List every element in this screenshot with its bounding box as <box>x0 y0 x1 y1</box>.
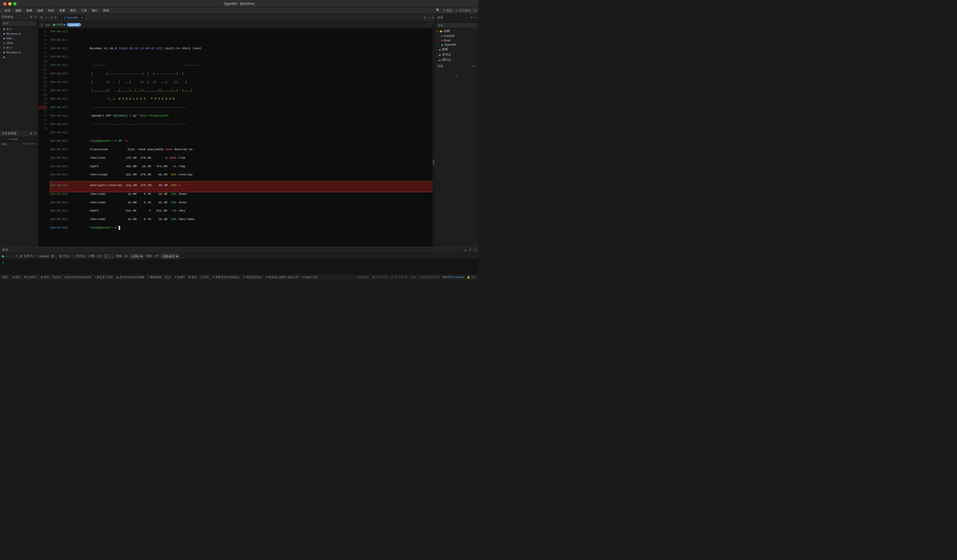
history-item-cfdisk[interactable]: cfdisk <box>0 41 38 46</box>
minimize-button[interactable] <box>8 2 11 5</box>
radio-row[interactable] <box>59 255 62 257</box>
history-search-input[interactable] <box>2 21 36 26</box>
tree-item-menghuan[interactable]: ☁ 萌幻云 <box>435 57 478 62</box>
toolbar-focus[interactable]: ☆ 专注模式 <box>455 8 471 13</box>
tab-info[interactable]: ℹ <box>54 15 57 20</box>
fm-up-icon[interactable]: ↑ <box>5 138 7 141</box>
bm-show-containers[interactable]: ● 显示所有docker容器 <box>63 275 92 279</box>
radio-hex[interactable] <box>36 255 38 257</box>
toolbar-split-icon[interactable]: ⊡ <box>41 23 43 27</box>
history-item-dfh[interactable]: df -h <box>0 27 38 32</box>
nav-back-icon[interactable]: ← <box>419 23 422 27</box>
menu-tools[interactable]: 工具 <box>79 8 89 13</box>
tab-close-icon[interactable]: ✕ <box>81 16 83 19</box>
tab-plus-btn[interactable]: + <box>428 16 430 19</box>
tree-label-inner: 内网 <box>444 29 450 33</box>
menu-edit[interactable]: 编辑 <box>13 8 24 13</box>
status-app[interactable]: WindTerm Issues <box>443 276 464 279</box>
session-search-input[interactable] <box>437 23 477 28</box>
tree-item-ikuai[interactable]: ■ iKuai <box>435 38 478 43</box>
history-item-fdisk[interactable]: fdisk -l <box>0 36 38 41</box>
menu-view[interactable]: 查看 <box>57 8 67 13</box>
history-item-more[interactable]: ... <box>0 55 38 59</box>
history-item-mounted1[interactable]: Mounted on <box>0 32 38 36</box>
interval-select[interactable]: 1.00s <box>130 254 144 259</box>
scrollbar-track[interactable] <box>433 28 435 247</box>
terminal-lines: [09:08:41] [09:08:41] [09:08:41] BusyBox… <box>49 30 435 246</box>
history-item-mounted2[interactable]: Mounted on <box>0 50 38 55</box>
traffic-lights[interactable] <box>3 2 16 5</box>
send-collapse-icon[interactable]: ▲ <box>464 248 467 252</box>
toolbar-channel[interactable]: 户 频道 <box>443 8 453 13</box>
bm-port-process[interactable]: ✦ 检查端口被哪个进程占用 <box>264 275 300 279</box>
file-manager-title: 文件管理器 <box>2 131 30 136</box>
send-minus-button[interactable]: − <box>11 254 13 258</box>
tab-move[interactable]: ⇥ <box>49 15 53 20</box>
tab-new-split[interactable]: ⊞ <box>39 15 44 20</box>
bm-restart[interactable]: + 重启某个容器 <box>93 275 114 279</box>
bm-reboot[interactable]: ⌘ 重启 <box>187 275 198 279</box>
menu-search[interactable]: 搜索 <box>24 8 35 13</box>
tab-menu-btn[interactable]: ≡ <box>432 16 434 19</box>
menu-help[interactable]: 帮助 <box>101 8 111 13</box>
tree-item-centos[interactable]: ■ CentOS <box>435 34 478 38</box>
bm-qunhui[interactable]: ★ 群晖 <box>11 275 22 279</box>
bm-pwd-label: 密码 <box>44 275 49 279</box>
history-item-dfh2[interactable]: df -h <box>0 46 38 50</box>
bm-create-folder[interactable]: ✦ 创建文件夹 <box>300 275 319 279</box>
maximize-button[interactable] <box>13 2 16 5</box>
fm-icon2[interactable]: ✕ <box>34 132 36 135</box>
host-badge[interactable]: openwrt <box>67 23 81 27</box>
bm-listen-port[interactable]: ✦ 查看监听端口 <box>242 275 263 279</box>
tree-item-qunhui[interactable]: ☁ 群晖 <box>435 47 478 52</box>
count-input[interactable] <box>104 254 114 259</box>
menu-select[interactable]: 选择 <box>35 8 46 13</box>
bm-password[interactable]: ★ 密码 <box>39 275 50 279</box>
tree-item-inner-net[interactable]: ▼ 🖿 内网 <box>435 28 478 34</box>
fm-refresh-icon[interactable]: ↺ <box>8 138 10 141</box>
radio-text[interactable] <box>20 255 22 257</box>
bm-checkip[interactable]: ✦ 查看IP <box>173 275 186 279</box>
bottom-panel: 发送 ▲ ⚙ ✕ ▶ + − ✕ 文本(T) Hex(H) 按： 行(L) 字符… <box>0 247 478 274</box>
bm-shutdown[interactable]: ⏻ 关机 <box>199 275 210 279</box>
toolbar-close[interactable]: ⊡ <box>474 8 476 13</box>
nav-forward-icon[interactable]: → <box>424 23 427 27</box>
send-add-button[interactable]: + <box>7 254 9 258</box>
tab-a-btn[interactable]: A <box>424 16 426 19</box>
terminal-content[interactable]: 53545556 57585960 61626364 65666768 6970… <box>38 28 435 247</box>
toolbar-search-icon[interactable]: 🔍 <box>436 8 440 13</box>
menu-mode[interactable]: 模式 <box>68 8 78 13</box>
send-settings-icon[interactable]: ⚙ <box>469 248 472 252</box>
bm-root[interactable]: ⌘ root用户 <box>23 275 38 279</box>
tree-label-menghuan: 萌幻云 <box>442 58 451 62</box>
target-select[interactable]: 当前会话 <box>161 254 180 259</box>
bm-docker[interactable]: Docker <box>51 275 62 279</box>
send-close-button[interactable]: ✕ <box>15 254 17 258</box>
nav-menu-icon[interactable]: ⋮ <box>430 23 433 27</box>
tab-new[interactable]: + <box>44 15 48 20</box>
scrollbar-thumb[interactable] <box>433 159 435 165</box>
send-play-button[interactable]: ▶ <box>2 254 5 258</box>
tree-item-openwrt[interactable]: ◆ OpenWrt <box>435 43 478 47</box>
menu-goto[interactable]: 转到 <box>46 8 56 13</box>
fm-icon1[interactable]: ⊕ <box>30 132 32 135</box>
menu-window[interactable]: 窗口 <box>90 8 100 13</box>
bm-open-ports[interactable]: ✦ 查看所有开放的端口 <box>211 275 241 279</box>
menu-session[interactable]: 会话 <box>2 8 13 13</box>
bm-show-images[interactable]: ▲ 显示所有docker镜像 <box>115 275 145 279</box>
radio-char[interactable] <box>72 255 75 257</box>
transfer-close-icon[interactable]: ✕ <box>474 65 476 68</box>
session-pin-icon[interactable]: ⊕ <box>470 16 472 19</box>
session-close-icon[interactable]: ✕ <box>474 16 476 19</box>
bm-delete-image[interactable]: ✕ 删除镜像 <box>147 275 162 279</box>
transfer-pin-icon[interactable]: ⊕ <box>471 65 473 68</box>
bm-linux[interactable]: Linux <box>163 275 172 279</box>
send-close-icon[interactable]: ✕ <box>474 248 476 252</box>
fm-back-icon[interactable]: ← <box>2 138 5 141</box>
status-lock[interactable]: 🔒 锁屏 <box>467 275 476 279</box>
pin-icon[interactable]: ⊕ <box>30 15 32 19</box>
close-button[interactable] <box>3 2 6 5</box>
tree-item-huawei[interactable]: ☁ 华为云 <box>435 52 478 57</box>
tab-openwrt[interactable]: ● 1.OpenWrt ✕ <box>58 15 85 20</box>
close-history-icon[interactable]: ✕ <box>34 15 36 19</box>
